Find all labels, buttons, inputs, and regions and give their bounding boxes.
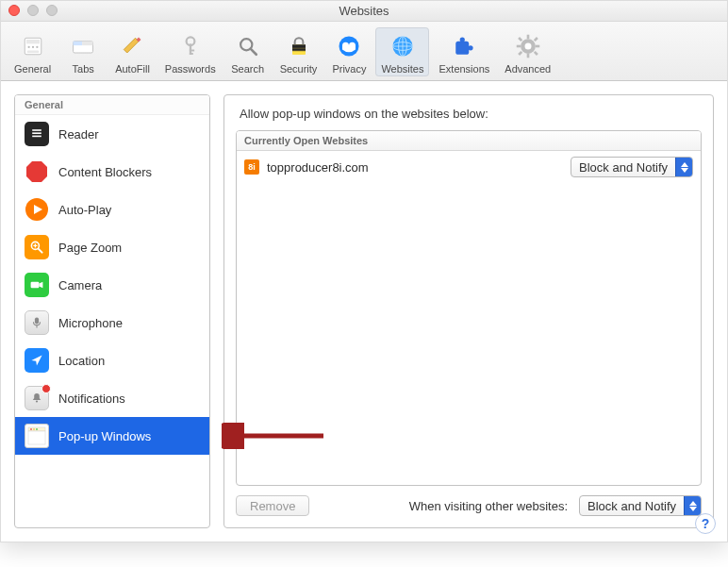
toolbar-autofill[interactable]: AutoFill — [109, 27, 156, 76]
svg-rect-36 — [534, 37, 538, 42]
svg-rect-31 — [526, 54, 529, 58]
toolbar: General Tabs AutoFill Passwords Search — [1, 22, 727, 81]
page-zoom-icon — [25, 235, 49, 259]
list-header: Currently Open Websites — [237, 131, 701, 151]
zoom-button[interactable] — [46, 5, 58, 16]
svg-marker-61 — [689, 501, 697, 506]
chevron-updown-icon — [675, 158, 692, 176]
svg-point-4 — [36, 46, 38, 48]
sidebar-item-camera[interactable]: Camera — [15, 266, 209, 304]
website-domain: topproducer8i.com — [267, 160, 563, 175]
sidebar-item-page-zoom[interactable]: Page Zoom — [15, 228, 209, 266]
svg-rect-30 — [526, 35, 529, 39]
toolbar-tabs[interactable]: Tabs — [60, 27, 106, 76]
svg-line-45 — [39, 249, 42, 253]
svg-point-2 — [27, 46, 29, 48]
svg-marker-49 — [39, 282, 42, 288]
svg-marker-41 — [26, 161, 47, 182]
sidebar-item-popup-windows[interactable]: Pop-up Windows — [15, 417, 209, 455]
sidebar-item-reader[interactable]: Reader — [15, 115, 209, 153]
sidebar-item-label: Content Blockers — [58, 165, 152, 179]
svg-rect-12 — [190, 50, 194, 52]
sidebar-item-label: Reader — [58, 127, 99, 142]
toolbar-label: Privacy — [332, 63, 366, 75]
extensions-icon — [449, 31, 479, 61]
reader-icon — [25, 122, 49, 146]
sidebar-item-label: Page Zoom — [58, 241, 122, 255]
sidebar-item-microphone[interactable]: Microphone — [15, 304, 209, 342]
websites-listbox: Currently Open Websites 8i topproducer8i… — [236, 130, 702, 486]
list-rows: 8i topproducer8i.com Block and Notify — [237, 151, 701, 485]
bottom-bar: Remove When visiting other websites: Blo… — [236, 486, 702, 516]
svg-rect-48 — [31, 282, 40, 288]
camera-icon — [25, 273, 49, 297]
svg-rect-32 — [517, 45, 521, 48]
sidebar-item-label: Microphone — [58, 316, 123, 330]
svg-line-15 — [250, 49, 256, 55]
titlebar: Websites — [1, 1, 727, 22]
toolbar-passwords[interactable]: Passwords — [159, 27, 222, 76]
security-icon — [284, 31, 314, 61]
svg-rect-13 — [190, 53, 193, 55]
toolbar-privacy[interactable]: Privacy — [326, 27, 372, 76]
svg-point-3 — [31, 46, 33, 48]
svg-point-29 — [524, 43, 531, 50]
sidebar-item-location[interactable]: Location — [15, 342, 209, 379]
sidebar-item-label: Notifications — [58, 392, 125, 406]
svg-rect-40 — [32, 136, 41, 138]
svg-point-26 — [460, 37, 465, 42]
svg-rect-58 — [28, 431, 45, 444]
help-button[interactable]: ? — [695, 513, 716, 534]
toolbar-label: General — [14, 63, 51, 75]
toolbar-label: Tabs — [73, 63, 94, 75]
microphone-icon — [25, 310, 49, 335]
close-button[interactable] — [8, 5, 20, 16]
sidebar-item-label: Auto-Play — [58, 203, 111, 217]
autofill-icon — [117, 31, 147, 61]
svg-marker-59 — [681, 162, 688, 167]
sidebar-section-header: General — [15, 95, 209, 115]
traffic-lights — [8, 5, 58, 16]
badge-icon — [41, 384, 51, 393]
sidebar-item-content-blockers[interactable]: Content Blockers — [15, 153, 209, 191]
sidebar-item-label: Camera — [58, 278, 102, 292]
toolbar-label: Passwords — [165, 63, 216, 75]
chevron-updown-icon — [684, 496, 701, 515]
svg-point-55 — [30, 428, 32, 430]
policy-select[interactable]: Block and Notify — [571, 157, 693, 177]
tabs-icon — [68, 31, 98, 61]
toolbar-label: Websites — [381, 63, 423, 75]
policy-value: Block and Notify — [571, 160, 675, 175]
toolbar-search[interactable]: Search — [225, 27, 271, 76]
toolbar-advanced[interactable]: Advanced — [499, 27, 556, 76]
sidebar-item-notifications[interactable]: Notifications — [15, 379, 209, 417]
toolbar-general[interactable]: General — [8, 27, 57, 76]
toolbar-security[interactable]: Security — [274, 27, 323, 76]
search-icon — [233, 31, 263, 61]
toolbar-extensions[interactable]: Extensions — [433, 27, 495, 76]
svg-rect-33 — [536, 45, 539, 48]
minimize-button[interactable] — [27, 5, 39, 16]
svg-rect-35 — [534, 51, 538, 56]
sidebar-item-label: Pop-up Windows — [58, 429, 151, 443]
sidebar: General Reader Content Blockers Auto-Pla… — [14, 94, 210, 528]
remove-button[interactable]: Remove — [236, 495, 309, 516]
window-title: Websites — [1, 4, 727, 18]
default-policy-select[interactable]: Block and Notify — [579, 495, 702, 516]
privacy-icon — [334, 31, 364, 61]
sidebar-item-label: Location — [58, 354, 105, 368]
svg-rect-8 — [82, 42, 92, 45]
favicon-icon: 8i — [244, 159, 259, 175]
toolbar-websites[interactable]: Websites — [375, 27, 429, 76]
svg-rect-7 — [74, 42, 83, 45]
website-row[interactable]: 8i topproducer8i.com Block and Notify — [237, 151, 701, 183]
svg-rect-38 — [32, 129, 41, 131]
passwords-icon — [175, 31, 206, 61]
svg-rect-25 — [456, 42, 470, 55]
svg-rect-18 — [292, 51, 306, 55]
popup-windows-icon — [25, 424, 49, 448]
panel-heading: Allow pop-up windows on the websites bel… — [240, 107, 702, 121]
svg-point-27 — [469, 45, 473, 50]
sidebar-item-auto-play[interactable]: Auto-Play — [15, 191, 209, 228]
notifications-icon — [25, 386, 49, 410]
